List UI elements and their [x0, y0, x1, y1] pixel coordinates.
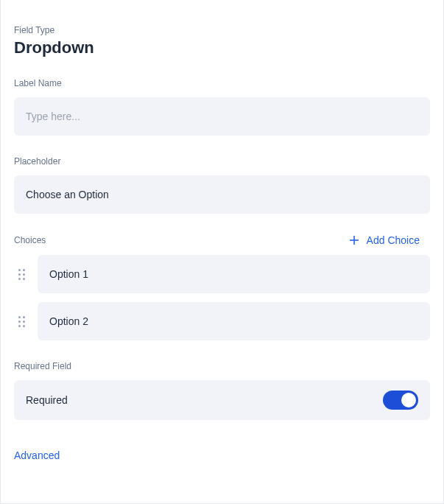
placeholder-input[interactable]: [14, 175, 430, 214]
label-name-section: Label Name: [14, 78, 430, 136]
required-row-label: Required: [26, 394, 68, 406]
placeholder-section: Placeholder: [14, 156, 430, 214]
plus-icon: [349, 235, 359, 245]
required-row: Required: [14, 380, 430, 420]
choice-input[interactable]: [38, 302, 430, 340]
label-name-input[interactable]: [14, 97, 430, 136]
toggle-knob: [401, 393, 416, 407]
placeholder-label: Placeholder: [14, 156, 430, 167]
choice-row: [14, 302, 430, 340]
required-toggle[interactable]: [383, 391, 418, 410]
add-choice-button[interactable]: Add Choice: [349, 234, 430, 246]
drag-handle-icon[interactable]: [14, 269, 29, 280]
advanced-link[interactable]: Advanced: [14, 449, 60, 461]
label-name-label: Label Name: [14, 78, 430, 88]
required-field-label: Required Field: [14, 361, 430, 371]
choice-input[interactable]: [38, 255, 430, 293]
add-choice-label: Add Choice: [367, 234, 420, 246]
required-field-section: Required Field Required: [14, 361, 430, 420]
choices-label: Choices: [14, 235, 46, 245]
choice-row: [14, 255, 430, 293]
choices-section: Choices Add Choice: [14, 234, 430, 340]
field-type-value: Dropdown: [14, 38, 430, 57]
field-type-label: Field Type: [14, 25, 430, 35]
drag-handle-icon[interactable]: [14, 316, 29, 327]
